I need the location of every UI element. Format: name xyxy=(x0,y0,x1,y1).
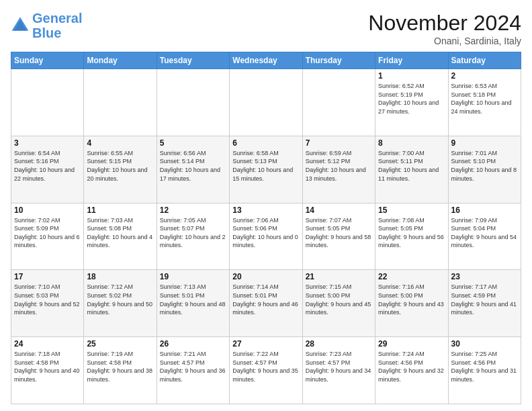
calendar-cell: 30Sunrise: 7:25 AM Sunset: 4:56 PM Dayli… xyxy=(448,337,521,404)
day-info: Sunrise: 7:14 AM Sunset: 5:01 PM Dayligh… xyxy=(232,283,299,316)
calendar-cell xyxy=(84,69,157,136)
calendar-week-1: 1Sunrise: 6:52 AM Sunset: 5:19 PM Daylig… xyxy=(11,69,521,136)
day-number: 14 xyxy=(306,205,372,215)
subtitle: Onani, Sardinia, Italy xyxy=(368,36,521,46)
day-header-tuesday: Tuesday xyxy=(157,52,229,69)
calendar-cell: 1Sunrise: 6:52 AM Sunset: 5:19 PM Daylig… xyxy=(375,69,448,136)
day-number: 24 xyxy=(14,339,81,349)
day-header-monday: Monday xyxy=(84,52,157,69)
day-number: 23 xyxy=(451,272,518,281)
day-number: 26 xyxy=(160,339,226,349)
calendar-week-2: 3Sunrise: 6:54 AM Sunset: 5:16 PM Daylig… xyxy=(11,136,521,203)
day-header-wednesday: Wednesday xyxy=(230,52,302,69)
day-number: 12 xyxy=(160,205,226,215)
day-number: 2 xyxy=(451,71,518,81)
title-block: November 2024 Onani, Sardinia, Italy xyxy=(368,11,521,46)
day-info: Sunrise: 6:53 AM Sunset: 5:18 PM Dayligh… xyxy=(451,82,518,116)
day-number: 13 xyxy=(232,205,299,215)
day-number: 28 xyxy=(306,339,372,349)
day-info: Sunrise: 7:23 AM Sunset: 4:57 PM Dayligh… xyxy=(306,350,372,383)
calendar: SundayMondayTuesdayWednesdayThursdayFrid… xyxy=(11,52,521,404)
day-info: Sunrise: 7:02 AM Sunset: 5:09 PM Dayligh… xyxy=(14,216,81,250)
logo-icon xyxy=(11,16,30,35)
calendar-cell: 8Sunrise: 7:00 AM Sunset: 5:11 PM Daylig… xyxy=(375,136,448,203)
day-header-saturday: Saturday xyxy=(448,52,521,69)
day-number: 22 xyxy=(378,272,445,281)
day-info: Sunrise: 6:55 AM Sunset: 5:15 PM Dayligh… xyxy=(87,149,153,183)
calendar-header-row: SundayMondayTuesdayWednesdayThursdayFrid… xyxy=(11,52,521,69)
day-info: Sunrise: 7:16 AM Sunset: 5:00 PM Dayligh… xyxy=(378,283,445,316)
calendar-cell: 10Sunrise: 7:02 AM Sunset: 5:09 PM Dayli… xyxy=(11,203,84,270)
day-info: Sunrise: 6:56 AM Sunset: 5:14 PM Dayligh… xyxy=(160,149,226,183)
day-info: Sunrise: 6:58 AM Sunset: 5:13 PM Dayligh… xyxy=(232,149,299,183)
day-header-sunday: Sunday xyxy=(11,52,84,69)
calendar-cell xyxy=(11,69,84,136)
day-info: Sunrise: 7:12 AM Sunset: 5:02 PM Dayligh… xyxy=(87,283,153,316)
logo-line2: Blue xyxy=(32,26,61,40)
day-number: 3 xyxy=(14,138,81,148)
calendar-cell xyxy=(230,69,302,136)
day-info: Sunrise: 7:19 AM Sunset: 4:58 PM Dayligh… xyxy=(87,350,153,383)
day-number: 21 xyxy=(306,272,372,281)
month-title: November 2024 xyxy=(368,11,521,36)
day-info: Sunrise: 7:24 AM Sunset: 4:56 PM Dayligh… xyxy=(378,350,445,383)
calendar-cell: 19Sunrise: 7:13 AM Sunset: 5:01 PM Dayli… xyxy=(157,270,229,337)
day-info: Sunrise: 7:05 AM Sunset: 5:07 PM Dayligh… xyxy=(160,216,226,250)
day-info: Sunrise: 7:09 AM Sunset: 5:04 PM Dayligh… xyxy=(451,216,518,250)
day-header-thursday: Thursday xyxy=(302,52,375,69)
calendar-cell: 24Sunrise: 7:18 AM Sunset: 4:58 PM Dayli… xyxy=(11,337,84,404)
day-number: 30 xyxy=(451,339,518,349)
calendar-cell: 2Sunrise: 6:53 AM Sunset: 5:18 PM Daylig… xyxy=(448,69,521,136)
calendar-cell: 3Sunrise: 6:54 AM Sunset: 5:16 PM Daylig… xyxy=(11,136,84,203)
day-info: Sunrise: 7:13 AM Sunset: 5:01 PM Dayligh… xyxy=(160,283,226,316)
day-info: Sunrise: 7:08 AM Sunset: 5:05 PM Dayligh… xyxy=(378,216,445,250)
day-info: Sunrise: 7:01 AM Sunset: 5:10 PM Dayligh… xyxy=(451,149,518,183)
day-info: Sunrise: 7:17 AM Sunset: 4:59 PM Dayligh… xyxy=(451,283,518,316)
day-number: 17 xyxy=(14,272,81,281)
day-info: Sunrise: 7:25 AM Sunset: 4:56 PM Dayligh… xyxy=(451,350,518,383)
day-info: Sunrise: 7:10 AM Sunset: 5:03 PM Dayligh… xyxy=(14,283,81,316)
day-info: Sunrise: 7:07 AM Sunset: 5:05 PM Dayligh… xyxy=(306,216,372,250)
day-info: Sunrise: 6:59 AM Sunset: 5:12 PM Dayligh… xyxy=(306,149,372,183)
day-info: Sunrise: 7:03 AM Sunset: 5:08 PM Dayligh… xyxy=(87,216,153,250)
day-number: 25 xyxy=(87,339,153,349)
calendar-cell: 28Sunrise: 7:23 AM Sunset: 4:57 PM Dayli… xyxy=(302,337,375,404)
day-info: Sunrise: 6:52 AM Sunset: 5:19 PM Dayligh… xyxy=(378,82,445,116)
calendar-cell: 4Sunrise: 6:55 AM Sunset: 5:15 PM Daylig… xyxy=(84,136,157,203)
day-info: Sunrise: 7:18 AM Sunset: 4:58 PM Dayligh… xyxy=(14,350,81,383)
day-number: 19 xyxy=(160,272,226,281)
day-number: 8 xyxy=(378,138,445,148)
day-info: Sunrise: 7:22 AM Sunset: 4:57 PM Dayligh… xyxy=(232,350,299,383)
day-number: 6 xyxy=(232,138,299,148)
calendar-week-5: 24Sunrise: 7:18 AM Sunset: 4:58 PM Dayli… xyxy=(11,337,521,404)
calendar-cell xyxy=(302,69,375,136)
calendar-cell: 27Sunrise: 7:22 AM Sunset: 4:57 PM Dayli… xyxy=(230,337,302,404)
day-header-friday: Friday xyxy=(375,52,448,69)
day-number: 9 xyxy=(451,138,518,148)
calendar-cell: 11Sunrise: 7:03 AM Sunset: 5:08 PM Dayli… xyxy=(84,203,157,270)
day-info: Sunrise: 6:54 AM Sunset: 5:16 PM Dayligh… xyxy=(14,149,81,183)
logo-text: General Blue xyxy=(32,11,82,40)
day-info: Sunrise: 7:06 AM Sunset: 5:06 PM Dayligh… xyxy=(232,216,299,250)
calendar-cell: 5Sunrise: 6:56 AM Sunset: 5:14 PM Daylig… xyxy=(157,136,229,203)
day-info: Sunrise: 7:21 AM Sunset: 4:57 PM Dayligh… xyxy=(160,350,226,383)
calendar-cell: 29Sunrise: 7:24 AM Sunset: 4:56 PM Dayli… xyxy=(375,337,448,404)
calendar-cell: 23Sunrise: 7:17 AM Sunset: 4:59 PM Dayli… xyxy=(448,270,521,337)
logo: General Blue xyxy=(11,11,82,40)
calendar-cell xyxy=(157,69,229,136)
calendar-cell: 14Sunrise: 7:07 AM Sunset: 5:05 PM Dayli… xyxy=(302,203,375,270)
calendar-cell: 26Sunrise: 7:21 AM Sunset: 4:57 PM Dayli… xyxy=(157,337,229,404)
day-info: Sunrise: 7:00 AM Sunset: 5:11 PM Dayligh… xyxy=(378,149,445,183)
day-number: 10 xyxy=(14,205,81,215)
day-info: Sunrise: 7:15 AM Sunset: 5:00 PM Dayligh… xyxy=(306,283,372,316)
calendar-cell: 22Sunrise: 7:16 AM Sunset: 5:00 PM Dayli… xyxy=(375,270,448,337)
calendar-week-3: 10Sunrise: 7:02 AM Sunset: 5:09 PM Dayli… xyxy=(11,203,521,270)
header: General Blue November 2024 Onani, Sardin… xyxy=(11,11,521,46)
day-number: 29 xyxy=(378,339,445,349)
day-number: 27 xyxy=(232,339,299,349)
day-number: 7 xyxy=(306,138,372,148)
calendar-cell: 6Sunrise: 6:58 AM Sunset: 5:13 PM Daylig… xyxy=(230,136,302,203)
calendar-cell: 15Sunrise: 7:08 AM Sunset: 5:05 PM Dayli… xyxy=(375,203,448,270)
calendar-cell: 12Sunrise: 7:05 AM Sunset: 5:07 PM Dayli… xyxy=(157,203,229,270)
day-number: 11 xyxy=(87,205,153,215)
